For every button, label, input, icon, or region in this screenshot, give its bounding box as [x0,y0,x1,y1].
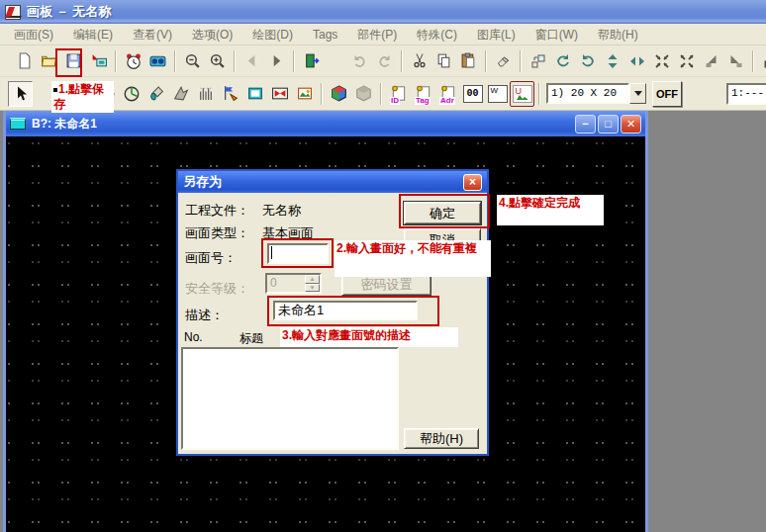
view-browser-button[interactable] [145,48,170,74]
id-list-button[interactable]: ID [386,81,411,107]
ok-button[interactable]: 确定 [404,202,481,224]
send-back-button[interactable] [723,48,748,74]
menu-draw[interactable]: 绘图(D) [242,24,303,45]
menu-help[interactable]: 帮助(H) [588,24,648,45]
project-file-value: 无名称 [262,202,301,220]
off-toggle-button[interactable]: OFF [652,81,682,107]
app-titlebar: 画板 － 无名称 [0,0,766,24]
exit-door-icon [303,52,321,69]
separator [401,50,403,72]
screen-number-label: 画面号： [185,249,237,267]
enlarge-button[interactable] [674,48,699,74]
library-3d-grey-icon [354,85,373,103]
enlarge-icon [679,53,695,69]
screen-number-input[interactable] [267,243,329,264]
save-as-dialog: 另存为 × 工程文件： 无名称 画面类型： 基本画面 画面号： 安全等级： 0 … [176,169,489,456]
combobox-dropdown-button[interactable] [629,83,646,104]
arc-pie-icon [123,85,141,103]
menu-screen[interactable]: 画面(S) [4,24,63,45]
paste-button[interactable] [456,48,481,74]
menu-view[interactable]: 查看(V) [123,24,182,45]
spinner-up-icon[interactable]: ▲ [305,275,320,284]
menu-options[interactable]: 选项(O) [182,24,242,45]
screen-zoom-combobox[interactable]: 1) 20 X 20 [546,83,646,104]
library-3d-icon [330,85,348,103]
undo-button[interactable] [347,48,372,74]
app-title: 画板 － 无名称 [27,3,111,21]
save-floppy-icon [65,52,82,69]
menu-special[interactable]: 特殊(C) [407,24,467,45]
library-3d-button[interactable] [327,81,351,107]
dialog-titlebar[interactable]: 另存为 × [178,171,487,193]
close-button[interactable]: ✕ [621,115,641,133]
tag-list-button[interactable]: Tag [411,81,435,107]
rotate-left-button[interactable] [550,48,575,74]
dialog-close-button[interactable]: × [463,174,482,191]
new-file-icon [16,52,33,69]
help-label: 帮助(H) [420,430,463,448]
screen-type-label: 画面类型： [185,224,249,242]
exit-button[interactable] [299,48,324,74]
grid-snap-button[interactable] [758,48,766,74]
menu-window[interactable]: 窗口(W) [526,24,588,45]
prev-screen-button[interactable] [239,48,264,74]
paint-bucket-icon [147,85,165,102]
adr-list-button[interactable]: Adr [435,81,460,107]
erase-button[interactable] [491,48,516,74]
screen-list-box[interactable] [181,347,399,450]
cut-button[interactable] [407,48,431,74]
scale-tool-button[interactable] [193,81,218,107]
copy-button[interactable] [431,48,456,74]
new-file-button[interactable] [12,48,37,74]
password-settings-button[interactable]: 密码设置 [341,274,431,296]
flag-tool-button[interactable] [218,81,242,107]
alarm-part-button[interactable] [267,81,292,107]
save-button[interactable] [61,48,86,74]
unit-picture-button[interactable]: U [510,81,534,107]
picture-part-button[interactable] [292,81,317,107]
redo-button[interactable] [372,48,397,74]
document-titlebar[interactable]: B?: 未命名1 − □ ✕ [6,111,645,136]
next-screen-button[interactable] [264,48,289,74]
duplicate-button[interactable] [526,48,550,74]
fill-tool-button[interactable] [144,81,168,107]
menu-library[interactable]: 图库(L) [467,24,526,45]
bring-front-button[interactable] [699,48,723,74]
window-part-icon: W [488,85,508,103]
alarm-button[interactable] [121,48,145,74]
security-level-spinner[interactable]: 0 ▲▼ [265,273,322,294]
help-button[interactable]: 帮助(H) [404,428,479,449]
cut-scissors-icon [412,52,428,69]
menu-parts[interactable]: 部件(P) [347,24,407,45]
arc-tool-button[interactable] [119,81,144,107]
shrink-icon [654,53,670,69]
open-folder-icon [41,52,58,69]
flip-vertical-button[interactable] [600,48,624,74]
library-3d-disabled-button[interactable] [351,81,376,107]
annotation-step2: 2.輸入畫面好，不能有重複 [335,240,491,277]
scale-indicator: 1:--- [726,83,766,105]
eraser-icon [495,53,512,69]
select-tool-button[interactable] [8,81,33,107]
spinner-down-icon[interactable]: ▼ [305,284,320,293]
zoom-in-button[interactable] [205,48,230,74]
maximize-button[interactable]: □ [598,115,619,133]
zoom-out-button[interactable] [180,48,205,74]
download-screen-button[interactable] [86,48,111,74]
dialog-body: 工程文件： 无名称 画面类型： 基本画面 画面号： 安全等级： 0 ▲▼ 密码设… [178,193,487,454]
shrink-button[interactable] [649,48,674,74]
annotation-step1: 1.點擊保存 [51,81,114,113]
menu-tags[interactable]: Tags [303,24,347,45]
rotate-right-button[interactable] [575,48,600,74]
screen-part-button[interactable] [242,81,267,107]
flip-horizontal-button[interactable] [624,48,649,74]
picture-icon [296,85,314,102]
description-input[interactable] [273,301,418,320]
chevron-down-icon [634,91,642,100]
digit-display-button[interactable]: 00 [460,81,485,107]
menu-edit[interactable]: 编辑(E) [63,24,123,45]
open-file-button[interactable] [37,48,61,74]
window-part-button[interactable]: W [485,81,510,107]
minimize-button[interactable]: − [575,115,596,133]
polygon-tool-button[interactable] [168,81,193,107]
